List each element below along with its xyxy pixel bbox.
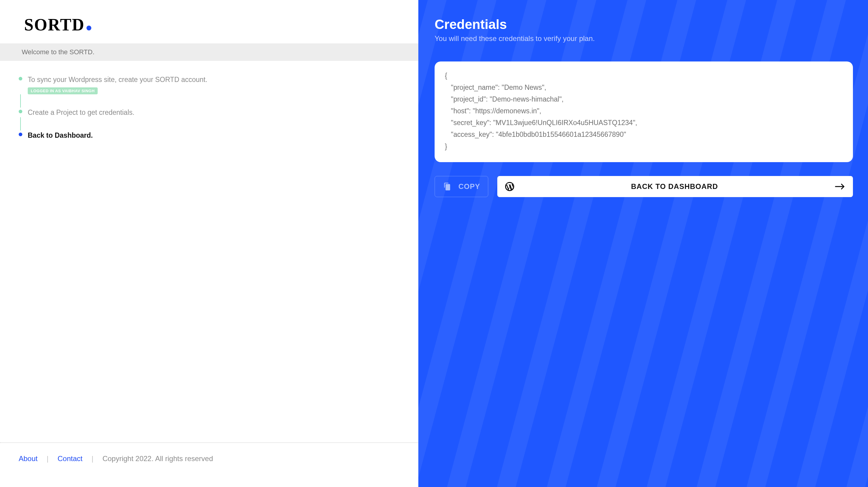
copy-button-label: COPY: [458, 182, 480, 191]
copyright-text: Copyright 2022. All rights reserved: [102, 454, 213, 463]
back-to-dashboard-label: BACK TO DASHBOARD: [521, 182, 828, 191]
logo: SORTD: [0, 0, 418, 43]
logo-text: SORTD: [24, 15, 85, 34]
cred-access-key: 4bfe1b0bdb01b15546601a12345667890: [498, 130, 624, 138]
step-back-label: Back to Dashboard.: [28, 130, 93, 140]
about-link[interactable]: About: [19, 454, 38, 463]
step-create-label: Create a Project to get credentials.: [28, 108, 134, 117]
logo-dot-icon: [87, 26, 91, 30]
step-sync: To sync your Wordpress site, create your…: [19, 75, 406, 94]
cred-project-id: Demo-news-himachal: [492, 95, 559, 103]
step-connector: [20, 94, 21, 108]
cred-host: https://demonews.in: [475, 107, 537, 115]
cred-secret-key: MV1L3wjue6!UnQLI6IRXo4u5HUASTQ1234: [496, 119, 633, 127]
step-dot-icon: [19, 77, 22, 81]
footer: About | Contact | Copyright 2022. All ri…: [0, 443, 418, 487]
step-dot-icon: [19, 110, 22, 113]
footer-sep: |: [47, 454, 49, 463]
footer-sep: |: [92, 454, 93, 463]
back-to-dashboard-button[interactable]: BACK TO DASHBOARD: [497, 176, 853, 197]
steps-list: To sync your Wordpress site, create your…: [0, 61, 418, 141]
arrow-right-icon: [835, 183, 845, 190]
step-back-dashboard[interactable]: Back to Dashboard.: [19, 130, 406, 140]
credentials-panel: Credentials You will need these credenti…: [418, 0, 868, 487]
left-panel: SORTD Welcome to the SORTD. To sync your…: [0, 0, 418, 487]
step-create-project: Create a Project to get credentials.: [19, 108, 406, 117]
welcome-bar: Welcome to the SORTD.: [0, 43, 418, 61]
credentials-json-card: { "project_name": "Demo News", "project_…: [435, 61, 853, 162]
cred-project-name: Demo News: [504, 84, 542, 91]
credentials-buttons: COPY BACK TO DASHBOARD: [435, 176, 853, 197]
contact-link[interactable]: Contact: [58, 454, 83, 463]
credentials-subtitle: You will need these credentials to verif…: [435, 34, 853, 43]
logged-in-badge: LOGGED IN AS VAIBHAV SINGH: [28, 87, 98, 94]
credentials-title: Credentials: [435, 17, 853, 32]
step-connector: [20, 117, 21, 130]
wordpress-icon: [505, 182, 514, 191]
step-sync-label: To sync your Wordpress site, create your…: [28, 75, 207, 84]
copy-button[interactable]: COPY: [435, 176, 488, 197]
copy-icon: [443, 182, 451, 191]
step-dot-icon: [19, 132, 22, 136]
